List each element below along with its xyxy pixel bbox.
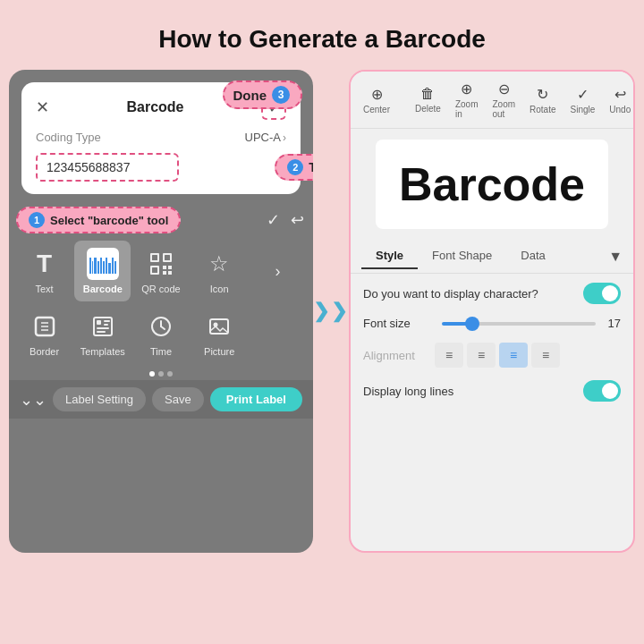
type-in-num: 2 <box>287 159 303 175</box>
tab-dropdown-icon[interactable]: ▼ <box>608 249 623 265</box>
right-toolbar-zoomout[interactable]: ⊖ Zoom out <box>488 79 519 121</box>
alignment-row: Alignment ≡ ≡ ≡ ≡ <box>363 343 621 368</box>
done-badge[interactable]: Done 3 <box>223 80 303 109</box>
svg-rect-18 <box>97 327 109 329</box>
templates-icon <box>87 310 119 343</box>
right-toolbar-zoomin[interactable]: ⊕ Zoom in <box>452 79 482 121</box>
zoom-out-icon: ⊖ <box>498 80 510 97</box>
svg-rect-16 <box>104 320 110 322</box>
select-barcode-badge: 1 Select "barcode" tool <box>16 207 181 233</box>
label-setting-button[interactable]: Label Setting <box>53 387 146 411</box>
coding-type-row: Coding Type UPC-A › <box>36 131 286 144</box>
tool-grid: T Text <box>9 237 313 368</box>
chevron-down-icon[interactable]: ⌄⌄ <box>20 390 47 410</box>
display-long-toggle[interactable] <box>583 380 621 402</box>
tool-templates[interactable]: Templates <box>74 303 131 364</box>
print-button[interactable]: Print Label <box>210 387 302 411</box>
templates-label: Templates <box>80 346 125 357</box>
undo-toolbar-icon: ↩ <box>614 86 626 103</box>
display-character-row: Do you want to display character? <box>363 283 621 304</box>
right-toolbar: ⊕ Center 🗑 Delete ⊕ Zoom in ⊖ Zoom out ↻… <box>351 72 633 129</box>
display-character-label: Do you want to display character? <box>363 287 538 301</box>
tool-picture[interactable]: Picture <box>191 303 248 364</box>
barcode-bars <box>89 254 116 274</box>
save-button[interactable]: Save <box>152 387 204 411</box>
select-num: 1 <box>29 212 45 228</box>
tab-style[interactable]: Style <box>361 243 418 269</box>
tool-border[interactable]: Border <box>16 303 72 364</box>
right-toolbar-undo[interactable]: ↩ Undo <box>606 84 634 116</box>
time-label: Time <box>150 346 172 357</box>
main-content: Done 3 ✕ Barcode ✓ Coding Type UPC-A › <box>9 70 635 553</box>
svg-rect-9 <box>168 271 172 275</box>
tool-time[interactable]: Time <box>132 303 189 364</box>
border-label: Border <box>30 346 59 357</box>
display-long-label: Display long lines <box>363 385 453 398</box>
done-label: Done <box>233 88 267 103</box>
font-size-value: 17 <box>603 317 621 330</box>
coding-type-value[interactable]: UPC-A › <box>245 131 286 144</box>
right-toolbar-center[interactable]: ⊕ Center <box>360 84 394 116</box>
bottom-bar: ⌄⌄ Label Setting Save Print Label <box>9 380 313 419</box>
select-label: Select "barcode" tool <box>50 214 168 227</box>
icon-label: Icon <box>210 284 229 294</box>
data-input-wrapper <box>36 153 179 182</box>
tool-barcode[interactable]: Barcode <box>74 241 131 301</box>
border-icon <box>29 310 61 343</box>
svg-rect-19 <box>97 331 106 333</box>
center-label: Center <box>363 105 390 114</box>
svg-rect-3 <box>165 255 170 260</box>
align-justify-button[interactable]: ≡ <box>531 343 560 368</box>
type-in-label: Type in data <box>309 160 313 174</box>
tool-icon[interactable]: ☆ Icon <box>191 241 248 301</box>
forward-arrows-icon: ❯❯ <box>313 300 349 323</box>
tab-data[interactable]: Data <box>506 243 559 269</box>
tab-font-shape[interactable]: Font Shape <box>418 243 506 269</box>
text-label: Text <box>36 284 54 294</box>
font-size-label: Font size <box>363 317 435 330</box>
qrcode-label: QR code <box>141 284 180 294</box>
display-character-toggle[interactable] <box>583 283 621 304</box>
right-toolbar-rotate[interactable]: ↻ Rotate <box>526 84 559 116</box>
rotate-icon: ↻ <box>537 86 548 103</box>
page-title: How to Generate a Barcode <box>158 25 486 54</box>
right-settings: Do you want to display character? Font s… <box>351 274 633 551</box>
chevron-right-nav-icon: › <box>261 255 293 287</box>
font-size-row: Font size 17 <box>363 317 621 330</box>
svg-rect-23 <box>210 319 228 334</box>
svg-rect-8 <box>163 271 166 275</box>
picture-icon <box>203 310 235 343</box>
right-panel: ⊕ Center 🗑 Delete ⊕ Zoom in ⊖ Zoom out ↻… <box>349 70 635 553</box>
tool-scroll-right[interactable]: › <box>250 241 306 301</box>
align-left-button[interactable]: ≡ <box>435 343 463 368</box>
star-icon: ☆ <box>203 248 235 280</box>
delete-icon: 🗑 <box>420 86 435 102</box>
barcode-display: Barcode <box>399 157 585 211</box>
dot-3 <box>167 371 173 377</box>
alignment-label: Alignment <box>363 349 435 362</box>
undo-icon[interactable]: ↩ <box>291 210 304 230</box>
svg-rect-5 <box>152 267 157 273</box>
font-size-slider[interactable] <box>442 322 596 326</box>
tool-qrcode[interactable]: QR code <box>132 241 189 301</box>
svg-line-22 <box>161 326 165 329</box>
barcode-canvas: Barcode <box>376 140 608 229</box>
tool-text[interactable]: T Text <box>16 241 72 301</box>
page-dots <box>149 371 173 377</box>
zoom-in-icon: ⊕ <box>461 80 472 97</box>
undo-label: Undo <box>609 105 631 114</box>
barcode-label: Barcode <box>83 284 123 294</box>
align-right-button[interactable]: ≡ <box>499 343 528 368</box>
svg-rect-7 <box>168 266 172 269</box>
toolbar: 1 Select "barcode" tool ✓ ↩ <box>9 203 313 237</box>
close-icon[interactable]: ✕ <box>36 97 49 117</box>
clock-icon <box>145 310 177 343</box>
right-toolbar-single[interactable]: ✓ Single <box>567 84 599 116</box>
right-toolbar-delete[interactable]: 🗑 Delete <box>411 84 445 115</box>
align-center-button[interactable]: ≡ <box>467 343 496 368</box>
left-panel: Done 3 ✕ Barcode ✓ Coding Type UPC-A › <box>9 70 313 553</box>
done-badge-num: 3 <box>272 86 290 104</box>
zoomout-label: Zoom out <box>492 99 515 119</box>
single-icon[interactable]: ✓ <box>267 210 280 230</box>
data-input[interactable] <box>36 153 179 182</box>
